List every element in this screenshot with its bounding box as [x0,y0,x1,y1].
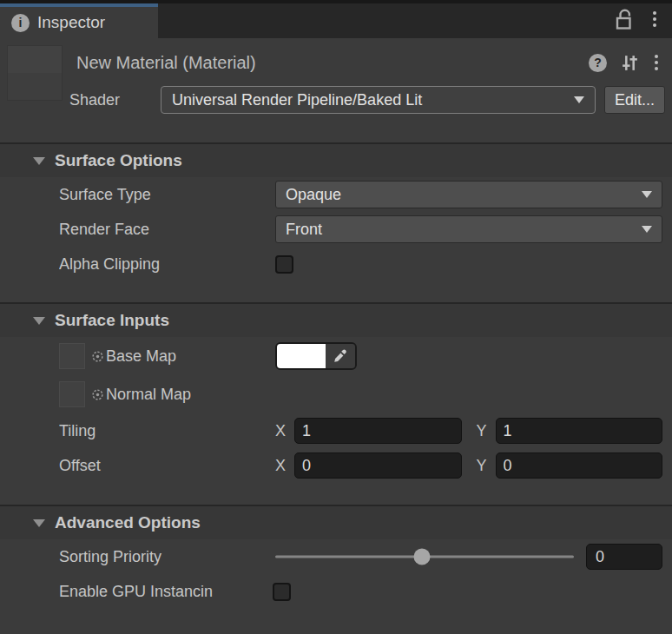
surface-type-dropdown[interactable]: Opaque [275,181,662,208]
render-face-dropdown[interactable]: Front [275,215,662,243]
material-menu-kebab-icon[interactable] [653,53,660,72]
unlock-icon[interactable] [614,8,634,31]
base-map-label: Base Map [106,347,176,366]
offset-y-label: Y [477,457,489,475]
base-map-row: Base Map [0,337,672,375]
tab-menu-kebab-icon[interactable] [651,10,658,29]
surface-type-row: Surface Type Opaque [0,177,672,212]
base-map-color-swatch[interactable] [277,344,326,368]
presets-icon[interactable] [620,53,640,73]
sorting-priority-row: Sorting Priority [0,539,672,574]
alpha-clipping-label: Alpha Clipping [59,255,275,274]
surface-options-header[interactable]: Surface Options [0,144,672,177]
foldout-triangle-icon [33,519,45,527]
normal-map-row: Normal Map [0,375,672,413]
tiling-x-label: X [275,422,287,440]
sorting-priority-input[interactable] [586,544,662,570]
material-title: New Material (Material) [76,53,256,73]
shader-label: Shader [69,91,161,109]
tab-inspector[interactable]: i Inspector [0,3,158,38]
offset-y-input[interactable] [496,452,663,479]
normal-map-texture-slot[interactable] [59,381,85,407]
section-advanced-options: Advanced Options Sorting Priority Enable… [0,505,672,609]
tiling-y-label: Y [477,422,489,440]
gpu-instancing-row: Enable GPU Instancin [0,574,672,609]
section-surface-options: Surface Options Surface Type Opaque Rend… [0,142,672,302]
tiling-label: Tiling [59,422,275,440]
offset-x-input[interactable] [294,452,462,479]
render-face-value: Front [286,221,635,239]
render-face-label: Render Face [59,221,275,239]
chevron-down-icon [574,96,584,103]
surface-inputs-header[interactable]: Surface Inputs [0,304,672,337]
chevron-down-icon [642,191,652,198]
tab-bar: i Inspector [0,0,672,38]
object-picker-icon[interactable] [91,388,104,401]
shader-dropdown[interactable]: Universal Render Pipeline/Baked Lit [161,86,596,114]
tiling-x-input[interactable] [294,418,462,444]
surface-type-value: Opaque [286,186,635,204]
advanced-options-header[interactable]: Advanced Options [0,506,672,539]
alpha-clipping-row: Alpha Clipping [0,247,672,281]
edit-shader-button[interactable]: Edit... [604,86,665,114]
tiling-row: Tiling X Y [0,413,672,448]
sorting-priority-slider[interactable] [275,544,574,570]
surface-inputs-title: Surface Inputs [55,311,169,330]
normal-map-label: Normal Map [106,386,191,404]
offset-x-label: X [275,457,287,475]
offset-row: Offset X Y [0,448,672,483]
info-icon: i [11,14,30,32]
tab-inspector-label: Inspector [37,13,105,32]
foldout-triangle-icon [33,317,45,325]
alpha-clipping-checkbox[interactable] [275,255,293,274]
eyedropper-icon[interactable] [326,344,355,368]
base-map-texture-slot[interactable] [59,343,85,369]
gpu-instancing-label: Enable GPU Instancin [59,583,275,601]
material-preview-thumbnail[interactable] [7,45,63,101]
shader-dropdown-value: Universal Render Pipeline/Baked Lit [172,91,567,109]
section-surface-inputs: Surface Inputs Base Map [0,302,672,505]
object-picker-icon[interactable] [91,350,104,363]
base-map-color-field[interactable] [275,342,357,370]
sorting-priority-label: Sorting Priority [59,548,275,566]
advanced-options-title: Advanced Options [55,513,201,532]
chevron-down-icon [642,226,652,233]
inspector-panel: i Inspector New Material (Material) ? [0,0,672,634]
material-header: New Material (Material) ? Shader Univers… [0,38,672,142]
surface-type-label: Surface Type [59,186,275,204]
gpu-instancing-checkbox[interactable] [273,583,291,601]
help-icon[interactable]: ? [589,54,607,72]
slider-thumb[interactable] [413,549,430,565]
foldout-triangle-icon [33,157,45,165]
tiling-y-input[interactable] [496,418,663,444]
render-face-row: Render Face Front [0,212,672,247]
offset-label: Offset [59,457,275,475]
surface-options-title: Surface Options [55,151,182,170]
